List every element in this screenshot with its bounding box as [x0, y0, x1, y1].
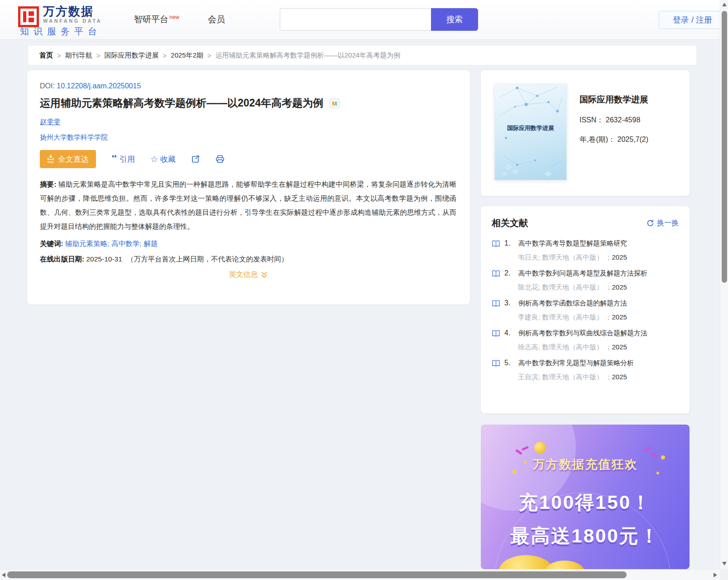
scroll-up-arrow-icon[interactable] — [722, 3, 727, 6]
article-card: DOI: 10.12208/j.aam.20250015 运用辅助元素策略解高考… — [27, 70, 470, 304]
volume-value: 2025,7(2) — [618, 135, 649, 143]
breadcrumb-link[interactable]: 首页 — [39, 51, 53, 60]
scroll-down-arrow-icon[interactable] — [722, 562, 727, 566]
search-button[interactable]: 搜索 — [431, 8, 478, 31]
book-icon — [492, 240, 500, 247]
keywords-row: 关键词: 辅助元素策略;高中数学;解题 — [40, 239, 456, 249]
keyword-link[interactable]: 解题 — [144, 240, 158, 247]
related-item-title[interactable]: 高中数学高考导数题型解题策略研究 — [518, 239, 627, 248]
related-item-title-row: 4. 例析高考数学数列与双曲线综合题解题方法 — [492, 329, 679, 338]
scroll-right-arrow-icon[interactable] — [714, 573, 717, 577]
related-item-authors: 徐志高; 数理天地（高中版） ； — [518, 343, 612, 351]
related-item-title-row: 1. 高中数学高考导数题型解题策略研究 — [492, 239, 679, 248]
brand-tagline: 知识服务平台 — [20, 25, 101, 38]
refresh-button[interactable]: 换一换 — [647, 218, 679, 228]
related-item-title[interactable]: 高中数学数列常见题型与解题策略分析 — [518, 359, 634, 367]
breadcrumb-separator: > — [207, 52, 211, 59]
share-button[interactable] — [191, 155, 200, 164]
related-item-number: 3. — [504, 299, 514, 307]
breadcrumb-separator: > — [57, 52, 61, 59]
logo[interactable]: 万方数据 WANFANG DATA — [18, 5, 102, 27]
breadcrumb-link[interactable]: 期刊导航 — [65, 51, 92, 60]
related-item-title[interactable]: 高中数学数列问题高考题型及解题方法探析 — [518, 269, 647, 278]
share-icon — [191, 155, 200, 164]
journal-card: 国际应用数学进展 国际应用数学进展 ISSN： 2632-4598 年,卷(期)… — [481, 70, 690, 196]
quote-icon: “ — [111, 155, 117, 163]
wanfang-logo-icon — [18, 6, 39, 27]
journal-info: 国际应用数学进展 ISSN： 2632-4598 年,卷(期)： 2025,7(… — [580, 84, 648, 196]
related-item-year: 2025 — [612, 373, 627, 381]
author-link[interactable]: 赵雯雯 — [40, 118, 60, 126]
article-actions: free 全文直达 “ 引用 ☆ 收藏 — [40, 150, 456, 168]
english-info-label: 英文信息 — [229, 270, 258, 280]
fulltext-button[interactable]: free 全文直达 — [40, 150, 96, 168]
logo-text: 万方数据 WANFANG DATA — [43, 5, 102, 27]
related-item-year: 2025 — [612, 313, 627, 321]
login-button[interactable]: 登录 / 注册 — [659, 11, 720, 29]
download-icon: free — [47, 154, 54, 164]
journal-name-link[interactable]: 国际应用数学进展 — [580, 94, 648, 106]
breadcrumb-link[interactable]: 国际应用数学进展 — [105, 51, 159, 60]
doi-label: DOI: — [40, 82, 55, 90]
chevron-double-down-icon — [261, 271, 268, 279]
pubdate-label: 在线出版日期: — [40, 255, 84, 263]
english-info-toggle[interactable]: 英文信息 — [40, 270, 456, 280]
related-item-authors: 韦日夫; 数理天地（高中版） ； — [518, 253, 612, 261]
abstract: 摘要: 辅助元素策略是高中数学中常见且实用的一种解题思路，能够帮助学生在解题过程… — [40, 177, 456, 233]
horizontal-scrollbar-thumb[interactable] — [7, 571, 627, 578]
related-item-year: 2025 — [612, 343, 627, 351]
keyword-separator: ; — [107, 240, 109, 247]
m-badge-icon[interactable]: M — [330, 98, 340, 108]
keyword-separator: ; — [139, 240, 141, 247]
breadcrumb-separator: > — [163, 52, 167, 59]
pubdate-note: （万方平台首次上网日期，不代表论文的发表时间） — [127, 255, 288, 263]
related-item-title-row: 5. 高中数学数列常见题型与解题策略分析 — [492, 359, 679, 367]
vertical-scrollbar-thumb[interactable] — [722, 11, 727, 283]
doi-link[interactable]: 10.12208/j.aam.20250015 — [57, 82, 141, 90]
promo-banner[interactable]: 万方数据充值狂欢 充100得150！ 最高送1800元！ — [481, 425, 690, 569]
journal-cover[interactable]: 国际应用数学进展 — [494, 84, 567, 180]
abstract-label: 摘要: — [40, 180, 57, 188]
scroll-left-arrow-icon[interactable] — [2, 573, 5, 577]
horizontal-scrollbar[interactable] — [0, 569, 720, 580]
related-item: 3. 例析高考数学函数综合题的解题方法 李建良; 数理天地（高中版） ；2025 — [492, 299, 679, 322]
related-item: 2. 高中数学数列问题高考题型及解题方法探析 陈北花; 数理天地（高中版） ；2… — [492, 269, 679, 292]
journal-cover-title: 国际应用数学进展 — [495, 124, 566, 132]
print-button[interactable] — [216, 155, 225, 164]
affiliation-row: 扬州大学数学科学学院 — [40, 133, 456, 142]
doi-row: DOI: 10.12208/j.aam.20250015 — [40, 82, 456, 90]
related-item-meta: 李建良; 数理天地（高中版） ；2025 — [518, 313, 679, 322]
keyword-link[interactable]: 辅助元素策略 — [65, 240, 107, 247]
new-badge: new — [169, 14, 179, 20]
cite-button[interactable]: “ 引用 — [111, 154, 135, 164]
coin-icon — [534, 442, 546, 454]
favorite-label: 收藏 — [160, 154, 176, 164]
volume-label: 年,卷(期)： — [580, 135, 615, 143]
book-icon — [492, 300, 500, 307]
nav-item-zhiyan[interactable]: 智研平台new — [134, 14, 179, 25]
search-input[interactable] — [280, 8, 431, 31]
issn-label: ISSN： — [580, 116, 603, 124]
pubdate-row: 在线出版日期: 2025-10-31 （万方平台首次上网日期，不代表论文的发表时… — [40, 255, 456, 264]
journal-issn: ISSN： 2632-4598 — [580, 116, 648, 125]
related-card: 相关文献 换一换 1. 高中数学高考导数题型解题策略研究 — [481, 206, 690, 413]
book-icon — [492, 270, 500, 277]
keywords-label: 关键词: — [40, 240, 63, 247]
related-item-title[interactable]: 例析高考数学数列与双曲线综合题解题方法 — [518, 329, 647, 338]
print-icon — [216, 155, 225, 164]
free-badge: free — [48, 160, 54, 164]
nav-item-member[interactable]: 会员 — [208, 14, 225, 25]
related-item-year: 2025 — [612, 253, 627, 261]
book-icon — [492, 330, 500, 337]
site-header: 万方数据 WANFANG DATA 知识服务平台 智研平台new 会员 搜索 登… — [0, 0, 720, 40]
related-item: 5. 高中数学数列常见题型与解题策略分析 王自滨; 数理天地（高中版） ；202… — [492, 359, 679, 382]
keyword-link[interactable]: 高中数学 — [111, 240, 139, 247]
breadcrumb-link[interactable]: 2025年2期 — [171, 51, 203, 60]
related-item-title[interactable]: 例析高考数学函数综合题的解题方法 — [518, 299, 627, 308]
favorite-button[interactable]: ☆ 收藏 — [150, 154, 176, 164]
page-title: 运用辅助元素策略解高考数学题例析——以2024年高考题为例 — [40, 96, 323, 110]
journal-volume: 年,卷(期)： 2025,7(2) — [580, 135, 648, 145]
breadcrumb-separator: > — [96, 52, 101, 59]
vertical-scrollbar[interactable] — [720, 0, 728, 569]
affiliation-link[interactable]: 扬州大学数学科学学院 — [40, 133, 108, 141]
